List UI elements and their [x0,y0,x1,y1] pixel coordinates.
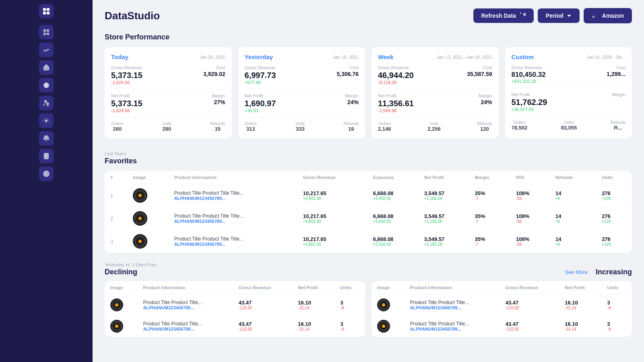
custom-date: Jan 01, 2020 - De... [586,55,625,60]
performance-cards: Today Jan 20, 2021 Gross Revenue 5,373.1… [105,47,632,138]
custom-orders-label: Orders [512,120,528,125]
di-table-row: Product Title Product Title... ALPHANUM1… [105,294,365,316]
di-row-image [372,294,404,316]
di-subtitle: Yesterday vs. 2 Days Prior [105,262,632,267]
row-margin: 35% -7 [469,230,510,253]
yesterday-np-change: +34.53 [245,108,276,113]
chevron-down-icon [567,13,572,18]
icol-product-info: Product Information [404,281,500,294]
yesterday-np-label: Net Profit [245,93,276,98]
di-row-product-info: Product Title Product Title... ALPHANUM1… [404,316,500,337]
sidebar [0,0,93,362]
week-gr-change: -8,118.28 [378,80,414,85]
amazon-label: Amazon [602,12,624,19]
today-np-value: 5,373.15 [111,99,142,108]
today-orders-label: Orders [111,121,124,126]
sidebar-item-nav4[interactable] [39,78,54,93]
refresh-data-button[interactable]: Refresh Data [473,8,534,23]
sidebar-item-nav2[interactable] [39,43,54,57]
svg-rect-1 [47,8,50,11]
main-content: DataStudio Refresh Data Period a Amazon … [93,0,644,362]
period-button[interactable]: Period [538,8,580,23]
week-orders-label: Orders [378,121,391,126]
week-orders-value: 2,146 [378,126,391,132]
di-row-gross-revenue: 43.47 -115.92 [500,316,559,337]
perf-card-week: Week Jan 13, 2021 - Jan 19, 2021 Gross R… [372,47,499,138]
custom-np-value: 51,762.29 [512,98,547,107]
di-row-units: 3 -8 [335,294,365,316]
di-row-product-info: Product Title Product Title... ALPHANUM1… [404,294,500,316]
row-net-profit: 3,549.57 +1,192.28 [419,207,469,230]
row-margin: 35% -7 [469,184,510,207]
row-expenses: 6,668.08 +3,410.02 [367,184,419,207]
row-image [127,184,168,207]
row-expenses: 6,668.08 +3,410.02 [367,207,419,230]
dcol-gross-revenue: Gross Revenue [233,281,293,294]
dcol-units: Units [335,281,365,294]
sidebar-item-nav8[interactable] [39,149,54,163]
see-more-link[interactable]: See More [565,269,588,275]
today-gr-change: -1,624.56 [111,80,142,85]
row-roi: 108% -55 [510,184,550,207]
custom-margin-label: Margin [612,92,625,97]
store-performance-title: Store Performance [105,33,632,41]
yesterday-refunds-value: 19 [344,126,359,132]
yesterday-title: Yesterday [245,53,273,60]
row-num: 1 [105,184,127,207]
favorites-title: Favorites [105,157,632,165]
today-cost-value: 3,929.02 [203,71,225,77]
di-row-net-profit: 16.10 -31.14 [292,294,334,316]
today-cost-label: Cost [203,65,225,70]
row-product-info: Product Title Product Title Title... ALP… [169,184,297,207]
today-refunds-label: Refunds [210,121,225,126]
custom-refunds-value: R... [611,125,625,131]
week-title: Week [378,53,394,60]
svg-rect-6 [43,33,46,35]
refresh-icon [519,12,526,19]
today-title: Today [111,53,128,60]
di-row-image [105,316,137,337]
sidebar-item-nav1[interactable] [39,25,54,39]
custom-np-change: +36,377.93 [512,107,547,112]
refresh-label: Refresh Data [481,12,516,19]
favorites-table: # Image Product Information Gross Revenu… [105,171,632,253]
svg-point-13 [45,119,47,121]
custom-refunds-label: Refunds [611,120,625,125]
svg-rect-7 [47,33,49,35]
amazon-button[interactable]: a Amazon [584,8,632,23]
col-image: Image [127,171,168,184]
declining-title: Declining [105,268,137,276]
sidebar-item-nav9[interactable] [39,167,54,181]
yesterday-margin-value: 24% [345,99,359,105]
di-table-row: Product Title Product Title... ALPHANUM1… [372,294,632,316]
yesterday-gr-value: 6,997.73 [245,71,276,80]
yesterday-orders-value: 313 [245,126,257,132]
row-product-info: Product Title Product Title Title... ALP… [169,230,297,253]
col-units: Units [596,171,632,184]
week-margin-label: Margin [479,93,492,98]
row-roi: 108% -55 [510,230,550,253]
sidebar-item-nav6[interactable] [39,113,54,128]
col-roi: ROI [510,171,550,184]
header: DataStudio Refresh Data Period a Amazon [105,8,632,23]
di-row-units: 3 -8 [602,294,632,316]
week-np-label: Net Profit [378,93,414,98]
sidebar-item-nav3[interactable] [39,60,54,75]
row-gross-revenue: 10,217.65 +4,602.30 [297,207,367,230]
favorites-table-row: 3 Product Title Product Title Title... A… [105,230,632,253]
col-gross-revenue: Gross Revenue [297,171,367,184]
icol-net-profit: Net Profit [559,281,601,294]
col-refunds: Refunds [550,171,596,184]
yesterday-np-value: 1,690.97 [245,99,276,108]
today-margin-value: 27% [212,99,225,105]
yesterday-units-label: Units [296,121,305,126]
custom-gr-change: +831,322.16 [512,79,546,84]
favorites-table-row: 2 Product Title Product Title Title... A… [105,207,632,230]
today-date: Jan 20, 2021 [200,55,225,60]
custom-gr-value: 810,450.32 [512,71,546,79]
sidebar-item-nav7[interactable] [39,131,54,146]
week-gr-label: Gross Revenue [378,65,414,70]
increasing-title: Increasing [596,268,632,276]
sidebar-item-nav5[interactable] [39,96,54,110]
favorites-subtitle: Last Year's [105,151,632,156]
